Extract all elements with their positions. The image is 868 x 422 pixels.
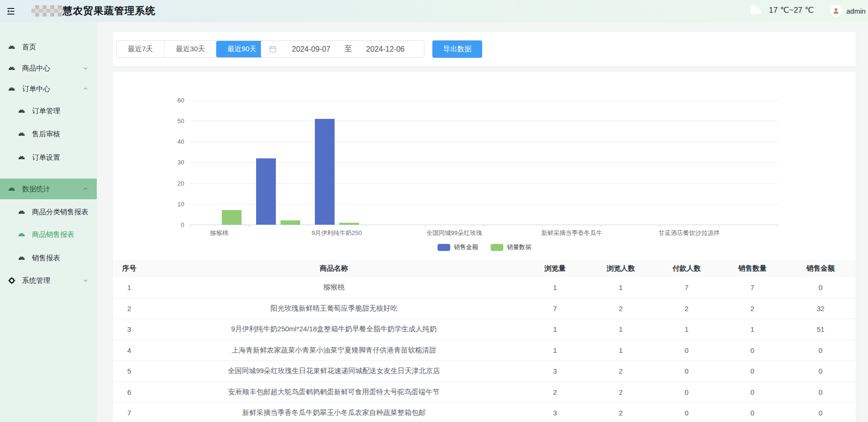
x-axis-tick (249, 225, 249, 227)
sidebar-label: 商品销售报表 (32, 230, 74, 239)
table-cell: 32 (785, 305, 856, 313)
table-cell: 2 (719, 305, 785, 313)
table-cell: 0 (785, 367, 856, 375)
table-cell: 0 (785, 409, 856, 417)
table-header-cell: 销售数量 (719, 264, 785, 273)
table-cell: 0 (654, 409, 719, 417)
user-menu[interactable]: admin (830, 5, 866, 17)
date-range-separator: 至 (339, 44, 358, 54)
range-last90-button[interactable]: 最近90天 (216, 41, 268, 57)
y-gridline (190, 121, 777, 121)
sidebar-collapse-icon[interactable] (6, 6, 17, 16)
export-data-button[interactable]: 导出数据 (432, 40, 482, 58)
y-gridline (190, 100, 777, 101)
bar-sales-qty (222, 210, 242, 225)
table-cell: 0 (654, 388, 719, 396)
table-cell: 2 (588, 388, 654, 396)
table-row: 5全国同城99朵红玫瑰生日花束鲜花速递同城配送女友生日天津北京店32000 (113, 361, 856, 382)
table-row: 39月伊利纯牛奶250ml*24/18盒整箱牛奶早餐全脂牛奶学生成人纯奶1111… (113, 319, 856, 340)
partly-cloudy-icon (748, 4, 764, 16)
table-cell: 猕猴桃 (146, 283, 522, 292)
sidebar-label: 销售报表 (32, 254, 60, 263)
x-axis-tick (484, 225, 484, 227)
dashboard-icon (18, 231, 25, 238)
range-last7-button[interactable]: 最近7天 (117, 41, 164, 57)
start-date-input[interactable]: 2024-09-07 (283, 45, 339, 54)
chart-legend: 销售金额 销量数据 (113, 243, 856, 251)
dashboard-icon (18, 107, 25, 115)
table-cell: 2 (113, 305, 146, 313)
app-window: 慧农贸果蔬管理系统 17 ℃~27 ℃ admin 首页 商品中心 (0, 0, 868, 422)
legend-label: 销售金额 (454, 243, 478, 251)
x-axis-tick (425, 225, 425, 227)
sidebar-item-home[interactable]: 首页 (0, 38, 97, 56)
table-cell: 0 (719, 388, 785, 396)
chevron-up-icon (83, 186, 88, 192)
dashboard-icon (18, 154, 25, 161)
chevron-down-icon (83, 278, 88, 283)
table-cell: 阳光玫瑰新鲜晴王葡萄应季脆甜无核好吃 (146, 304, 522, 313)
range-last30-button[interactable]: 最近30天 (164, 41, 216, 57)
system-settings-icon (8, 277, 16, 284)
bar-sales-qty (281, 220, 300, 225)
y-gridline (190, 141, 777, 142)
filter-toolbar: 最近7天 最近30天 最近90天 2024-09-07 至 2024-12-06… (113, 32, 856, 66)
sidebar-label: 订单管理 (32, 107, 60, 116)
table-row: 4上海青新鲜农家蔬菜小青菜小油菜宁夏矮脚青仔供港青苗软糯清甜11000 (113, 340, 856, 361)
sidebar-item-after-sales-review[interactable]: 售后审核 (0, 125, 97, 143)
bar-sales-qty (339, 223, 359, 225)
x-axis-tick (542, 225, 543, 227)
x-axis-category-label: 9月伊利纯牛奶250 (312, 229, 362, 237)
dashboard-icon (8, 43, 16, 51)
dashboard-icon (8, 85, 16, 93)
table-cell: 3 (113, 325, 146, 333)
table-cell: 2 (522, 388, 588, 396)
sidebar-item-product-sales-report[interactable]: 商品销售报表 (0, 225, 97, 244)
table-cell: 0 (785, 346, 856, 354)
table-cell: 6 (113, 388, 146, 396)
table-cell: 全国同城99朵红玫瑰生日花束鲜花速递同城配送女友生日天津北京店 (146, 367, 522, 375)
table-header-cell: 商品名称 (146, 264, 522, 273)
dashboard-icon (8, 185, 16, 193)
dashboard-icon (8, 64, 16, 72)
legend-item-sales-amount[interactable]: 销售金额 (438, 243, 478, 251)
sidebar-label: 商品中心 (22, 64, 50, 73)
table-header-cell: 销售金额 (785, 264, 856, 273)
sidebar-label: 商品分类销售报表 (32, 208, 88, 217)
username: admin (846, 7, 866, 15)
sidebar-group-system-manage[interactable]: 系统管理 (0, 271, 97, 290)
table-row: 7新鲜采摘当季香冬瓜牛奶翠玉小冬瓜农家自种蔬菜整箱包邮32000 (113, 403, 856, 422)
sidebar-label: 系统管理 (22, 276, 50, 285)
end-date-input[interactable]: 2024-12-06 (358, 45, 413, 54)
legend-label: 销量数据 (507, 243, 532, 251)
table-cell: 上海青新鲜农家蔬菜小青菜小油菜宁夏矮脚青仔供港青苗软糯清甜 (146, 346, 522, 355)
y-axis-tick-label: 10 (167, 200, 184, 207)
y-gridline (190, 183, 777, 184)
table-cell: 51 (785, 325, 856, 333)
avatar (830, 5, 842, 17)
table-cell: 7 (113, 409, 146, 417)
sidebar-group-product-center[interactable]: 商品中心 (0, 59, 97, 78)
table-cell: 2 (588, 409, 654, 417)
legend-item-sales-qty[interactable]: 销量数据 (491, 243, 532, 251)
sales-bar-chart: 销售金额 销量数据 0102030405060猕猴桃9月伊利纯牛奶250全国同城… (113, 72, 856, 260)
table-header-row: 序号商品名称浏览量浏览人数付款人数销售数量销售金额 (113, 260, 856, 277)
table-cell: 3 (522, 367, 588, 375)
y-gridline (190, 204, 777, 204)
sidebar-label: 首页 (22, 43, 36, 52)
table-header-cell: 序号 (113, 264, 146, 273)
table-cell: 0 (785, 283, 856, 291)
sidebar-item-category-sales-report[interactable]: 商品分类销售报表 (0, 203, 97, 221)
x-axis-category-label: 甘蓝酒店餐饮沙拉凉拌 (659, 229, 720, 237)
sidebar-group-order-center[interactable]: 订单中心 (0, 79, 97, 98)
calendar-icon (269, 45, 277, 53)
sidebar-item-order-manage[interactable]: 订单管理 (0, 102, 97, 120)
sidebar-item-sales-report[interactable]: 销售报表 (0, 249, 97, 267)
table-row: 2阳光玫瑰新鲜晴王葡萄应季脆甜无核好吃722232 (113, 298, 856, 320)
sidebar-group-data-stats[interactable]: 数据统计 (0, 179, 97, 199)
redacted-title-prefix (31, 5, 63, 16)
table-cell: 5 (113, 367, 146, 375)
date-range-picker[interactable]: 2024-09-07 至 2024-12-06 (261, 40, 424, 58)
sidebar-item-order-settings[interactable]: 订单设置 (0, 148, 97, 167)
table-cell: 1 (654, 325, 719, 333)
